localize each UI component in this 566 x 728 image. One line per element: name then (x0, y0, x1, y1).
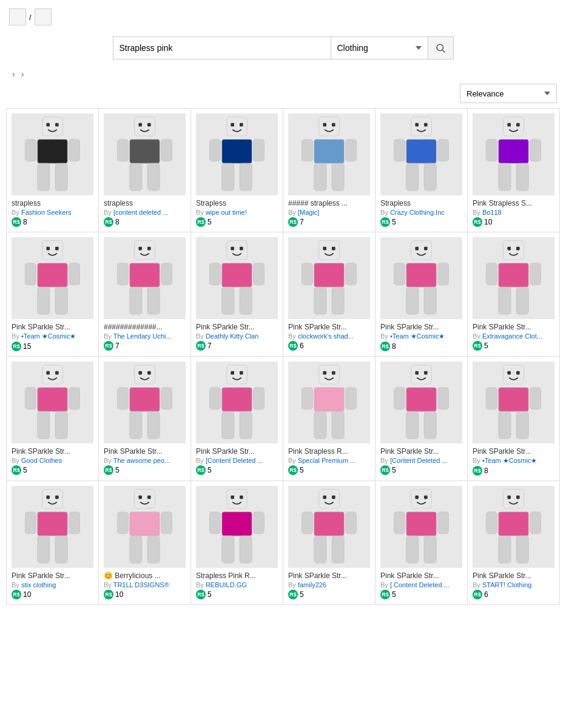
creator-link[interactable]: Crazy Clothing.Inc (390, 209, 445, 216)
item-card[interactable]: Pink SParkle Str... By •Team ★Cosmic★ R$… (468, 357, 559, 480)
search-input[interactable] (113, 36, 331, 59)
svg-rect-61 (25, 263, 36, 285)
item-price: R$ 5 (473, 341, 554, 351)
svg-rect-133 (210, 388, 221, 410)
svg-rect-3 (46, 123, 50, 127)
item-card[interactable]: Strapless Pink R... By REBUILD.GG R$ 5 (191, 481, 283, 604)
creator-link[interactable]: The awsome peo... (113, 457, 170, 464)
svg-rect-179 (161, 512, 172, 534)
svg-rect-184 (240, 496, 243, 499)
svg-rect-191 (319, 490, 340, 509)
item-card[interactable]: Pink SParkle Str... By Extravagance Clot… (468, 232, 559, 356)
creator-link[interactable]: [Content Deleted ... (390, 457, 448, 464)
creator-link[interactable]: stix clothing (21, 581, 56, 588)
price-value: 5 (392, 590, 396, 599)
item-card[interactable]: Strapless By Crazy Clothing.Inc R$ 5 (376, 109, 467, 232)
breadcrumb-sep1: › (12, 69, 15, 79)
item-card[interactable]: Pink SParkle Str... By [Content Deleted … (376, 357, 467, 480)
item-name: #############... (104, 323, 186, 331)
price-value: 5 (207, 218, 212, 226)
creator-link[interactable]: Good Clothes (21, 457, 62, 464)
svg-rect-164 (42, 490, 63, 509)
item-card[interactable]: Pink SParkle Str... By clockwork's shad.… (283, 232, 375, 356)
item-name: Pink SParkle Str... (380, 323, 462, 331)
item-card[interactable]: Pink SParkle Str... By stix clothing R$ … (7, 481, 98, 604)
search-icon (435, 42, 446, 53)
item-price: R$ 10 (12, 590, 93, 599)
creator-link[interactable]: Special Premium ... (298, 457, 355, 464)
creator-link[interactable]: The Lendary Uchi... (113, 332, 172, 340)
svg-rect-70 (118, 263, 129, 285)
item-thumbnail (473, 237, 554, 319)
svg-rect-31 (332, 123, 335, 127)
svg-rect-201 (415, 496, 419, 499)
robux-icon: R$ (104, 341, 113, 351)
creator-link[interactable]: family226 (298, 581, 326, 588)
creator-link[interactable]: [Magic] (298, 209, 319, 216)
item-card[interactable]: Pink SParkle Str... By •Team ★Cosmic★ R$… (376, 232, 467, 356)
svg-rect-162 (499, 411, 511, 439)
svg-rect-150 (406, 388, 437, 411)
creator-link[interactable]: •Team ★Cosmic★ (390, 332, 445, 340)
creator-link[interactable]: Bo118 (482, 209, 502, 216)
category-select[interactable]: Clothing All Categories Accessories (331, 36, 428, 59)
svg-rect-24 (222, 140, 252, 163)
item-creator: By Fashion Seekers (12, 209, 93, 216)
svg-rect-4 (55, 123, 59, 127)
svg-rect-51 (499, 140, 529, 163)
item-card[interactable]: Pink SParkle Str... By Deathly Kitty Cla… (191, 232, 283, 356)
search-button[interactable] (428, 36, 454, 59)
price-value: 5 (207, 466, 212, 474)
price-value: 5 (207, 590, 212, 599)
item-creator: By stix clothing (12, 581, 93, 588)
svg-rect-165 (46, 496, 50, 499)
item-card[interactable]: #############... By The Lendary Uchi... … (99, 232, 190, 356)
item-card[interactable]: Pink Strapless R... By Special Premium .… (283, 357, 375, 480)
item-card[interactable]: Pink SParkle Str... By Good Clothes R$ 5 (7, 357, 98, 480)
item-card[interactable]: Pink SParkle Str... By family226 R$ 5 (283, 481, 375, 604)
item-name: Strapless (196, 199, 278, 207)
item-card[interactable]: Pink SParkle Str... By [ Content Deleted… (376, 481, 467, 604)
item-thumbnail (380, 486, 462, 568)
svg-rect-46 (424, 163, 436, 190)
item-card[interactable]: Pink SParkle Str... By START! Clothing R… (468, 481, 559, 604)
item-card[interactable]: Pink SParkle Str... By [Content Deleted … (191, 357, 283, 480)
creator-link[interactable]: [ Content Deleted ... (390, 581, 450, 588)
next-page-button[interactable] (35, 8, 52, 25)
svg-rect-96 (406, 263, 437, 287)
item-card[interactable]: strapless By [content deleted ... R$ 8 (99, 109, 190, 232)
item-card[interactable]: ##### strapless ... By [Magic] R$ 7 (283, 109, 375, 232)
svg-rect-196 (302, 512, 313, 534)
item-thumbnail (12, 113, 93, 195)
svg-rect-39 (415, 123, 419, 127)
creator-link[interactable]: REBUILD.GG (206, 581, 247, 588)
creator-link[interactable]: •Team ★Cosmic★ (482, 457, 537, 464)
item-card[interactable]: strapless By Fashion Seekers R$ 8 (7, 109, 98, 232)
creator-link[interactable]: [Content Deleted ... (206, 457, 263, 464)
item-card[interactable]: Pink SParkle Str... By •Team ★Cosmic★ R$… (7, 232, 98, 356)
item-card[interactable]: Pink Strapless S... By Bo118 R$ 10 (468, 109, 559, 232)
sort-select[interactable]: Relevance Most Recent Price (Low to High… (460, 84, 557, 103)
creator-link[interactable]: [content deleted ... (113, 209, 169, 216)
svg-rect-135 (222, 411, 234, 439)
svg-rect-82 (240, 287, 252, 314)
item-card[interactable]: 😊 Berrylicious ... By TR1LL D3SIGNS® R$ … (99, 481, 190, 604)
item-card[interactable]: Strapless By wipe out time! R$ 5 (191, 109, 283, 232)
creator-link[interactable]: Extravagance Clot... (482, 332, 542, 340)
creator-link[interactable]: Deathly Kitty Clan (206, 332, 258, 340)
svg-rect-148 (424, 371, 428, 375)
prev-page-button[interactable] (9, 8, 26, 25)
creator-link[interactable]: •Team ★Cosmic★ (21, 332, 76, 340)
robux-icon: R$ (196, 465, 206, 475)
creator-link[interactable]: START! Clothing (482, 581, 532, 588)
creator-link[interactable]: Fashion Seekers (21, 209, 72, 216)
creator-link[interactable]: clockwork's shad... (298, 332, 354, 340)
svg-rect-197 (346, 512, 357, 534)
item-card[interactable]: Pink SParkle Str... By The awsome peo...… (99, 357, 190, 480)
creator-link[interactable]: wipe out time! (206, 209, 247, 216)
svg-rect-205 (394, 512, 405, 534)
creator-link[interactable]: TR1LL D3SIGNS® (113, 581, 169, 588)
svg-rect-21 (231, 123, 234, 127)
svg-rect-80 (254, 263, 264, 285)
svg-rect-115 (25, 388, 36, 410)
